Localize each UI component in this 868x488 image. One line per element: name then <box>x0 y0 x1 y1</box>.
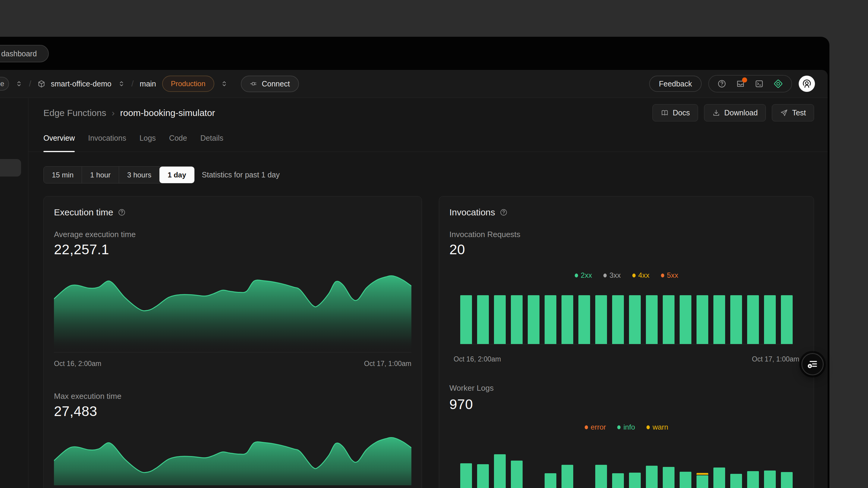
help-icon[interactable] <box>717 79 726 88</box>
browser-window: dashboard e / smart-office-demo / <box>0 37 830 488</box>
invocation-bar-2xx[interactable] <box>646 295 658 344</box>
chevron-updown-icon[interactable] <box>220 80 228 88</box>
invocation-bar-2xx[interactable] <box>612 295 624 344</box>
connect-button[interactable]: Connect <box>241 76 299 92</box>
tab-invocations[interactable]: Invocations <box>88 126 126 152</box>
tab-details[interactable]: Details <box>200 126 223 152</box>
invocation-bar-2xx[interactable] <box>629 295 641 344</box>
worker-logs-bar-chart[interactable] <box>460 446 793 488</box>
worker-log-bar-info[interactable] <box>561 465 573 488</box>
docs-button[interactable]: Docs <box>652 104 698 121</box>
worker-log-bar-info[interactable] <box>494 454 506 488</box>
download-button[interactable]: Download <box>704 104 766 121</box>
worker-log-slot <box>629 473 641 488</box>
terminal-icon[interactable] <box>755 79 764 88</box>
invocation-bar-2xx[interactable] <box>561 295 573 344</box>
max-exec-area-chart[interactable] <box>54 433 411 485</box>
time-range-3-hours[interactable]: 3 hours <box>119 167 159 183</box>
chevron-updown-icon[interactable] <box>118 80 125 88</box>
tab-overview[interactable]: Overview <box>43 126 75 152</box>
worker-log-bar-info[interactable] <box>629 473 641 488</box>
legend-item-3xx[interactable]: 3xx <box>603 271 621 280</box>
breadcrumb-edge-functions[interactable]: Edge Functions <box>43 108 106 118</box>
invocation-bar-2xx[interactable] <box>545 295 556 344</box>
avg-exec-area-chart[interactable] <box>54 272 411 352</box>
legend-item-2xx[interactable]: 2xx <box>575 271 592 280</box>
card-title: Invocations <box>450 207 495 218</box>
legend-item-error[interactable]: error <box>585 423 606 431</box>
worker-log-bar-info[interactable] <box>696 475 708 488</box>
invocation-bar-2xx[interactable] <box>696 295 708 344</box>
worker-log-bar-info[interactable] <box>764 470 776 488</box>
worker-log-bar-info[interactable] <box>747 471 759 488</box>
legend-dot <box>661 273 664 278</box>
worker-log-bar-info[interactable] <box>460 463 472 488</box>
diamond-status-icon[interactable] <box>773 79 783 89</box>
test-button[interactable]: Test <box>772 104 814 121</box>
worker-log-slot <box>680 472 691 488</box>
legend-item-5xx[interactable]: 5xx <box>661 271 678 280</box>
invocation-bar-2xx[interactable] <box>680 295 691 344</box>
time-range-1-day[interactable]: 1 day <box>159 167 194 183</box>
worker-log-bar-info[interactable] <box>730 474 742 488</box>
worker-log-bar-info[interactable] <box>646 466 658 488</box>
tab-code[interactable]: Code <box>169 126 187 152</box>
user-avatar[interactable] <box>799 76 815 92</box>
card-title: Execution time <box>54 207 113 218</box>
worker-log-slot <box>612 473 624 488</box>
invocation-bar-2xx[interactable] <box>595 295 607 344</box>
worker-log-slot <box>477 464 489 488</box>
sidebar-item-partial[interactable] <box>0 159 21 176</box>
worker-log-slot <box>460 463 472 488</box>
legend-item-warn[interactable]: warn <box>647 423 668 431</box>
invocation-bar-2xx[interactable] <box>460 295 472 344</box>
invocation-bar-2xx[interactable] <box>511 295 523 344</box>
invocations-bar-chart[interactable] <box>460 295 793 344</box>
help-circle-icon[interactable] <box>500 208 507 216</box>
legend-item-info[interactable]: info <box>617 423 635 431</box>
worker-log-bar-info[interactable] <box>781 472 793 488</box>
log-drawer-button[interactable] <box>801 353 824 375</box>
desktop: dashboard e / smart-office-demo / <box>0 0 868 488</box>
worker-log-bar-info[interactable] <box>612 473 624 488</box>
invocation-bar-2xx[interactable] <box>713 295 725 344</box>
worker-log-bar-info[interactable] <box>680 472 691 488</box>
worker-log-bar-info[interactable] <box>511 461 523 488</box>
chevron-updown-icon[interactable] <box>15 80 23 88</box>
worker-log-slot <box>595 465 607 488</box>
project-breadcrumb-bar: e / smart-office-demo / main Production <box>0 70 828 98</box>
time-range-15-min[interactable]: 15 min <box>44 167 82 183</box>
invocations-card: Invocations Invocation Requests 20 2xx3x… <box>439 196 814 488</box>
invocation-bar-2xx[interactable] <box>494 295 506 344</box>
worker-log-bar-info[interactable] <box>545 473 556 488</box>
browser-tab-dashboard[interactable]: dashboard <box>0 45 49 62</box>
worker-log-bar-info[interactable] <box>663 467 675 488</box>
worker-log-bar-info[interactable] <box>595 465 607 488</box>
invocation-bar-2xx[interactable] <box>477 295 489 344</box>
invocation-bar-2xx[interactable] <box>781 295 793 344</box>
invocation-bar-2xx[interactable] <box>578 295 590 344</box>
invocation-bar-2xx[interactable] <box>663 295 675 344</box>
feedback-button[interactable]: Feedback <box>649 76 702 92</box>
legend-item-4xx[interactable]: 4xx <box>632 271 650 280</box>
invocation-bar-2xx[interactable] <box>528 295 539 344</box>
worker-log-bar-info[interactable] <box>477 464 489 488</box>
invocation-bar-2xx[interactable] <box>764 295 776 344</box>
inbox-icon[interactable] <box>736 79 745 88</box>
avg-exec-value: 22,257.1 <box>54 241 411 258</box>
time-range-1-hour[interactable]: 1 hour <box>82 167 119 183</box>
x-axis-end: Oct 17, 1:00am <box>364 360 411 368</box>
legend-dot <box>617 425 621 429</box>
help-circle-icon[interactable] <box>118 208 126 216</box>
org-selector-partial[interactable]: e <box>0 77 9 91</box>
invocation-bar-2xx[interactable] <box>747 295 759 344</box>
project-name[interactable]: smart-office-demo <box>51 79 112 88</box>
avg-exec-label: Average execution time <box>54 230 411 239</box>
tab-logs[interactable]: Logs <box>140 126 156 152</box>
worker-log-bar-info[interactable] <box>713 467 725 488</box>
worker-log-bar-warn[interactable] <box>696 473 708 475</box>
time-range-selector[interactable]: 15 min1 hour3 hours1 day <box>43 166 195 184</box>
execution-time-card: Execution time Average execution time 22… <box>43 196 422 488</box>
invocation-bar-2xx[interactable] <box>730 295 742 344</box>
branch-name[interactable]: main <box>140 79 156 88</box>
